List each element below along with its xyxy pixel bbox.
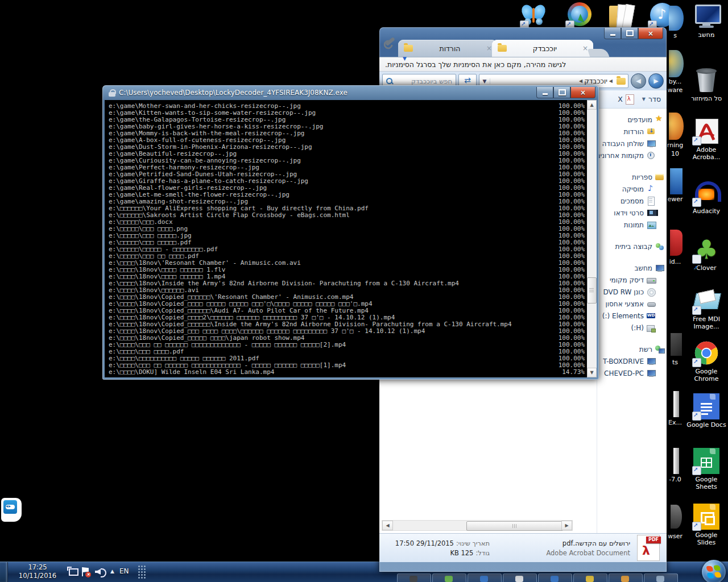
sidebar-item[interactable]: סרטי וידאו xyxy=(597,207,667,219)
taskbar-clock[interactable]: 17:25 10/11/2016 xyxy=(11,563,64,580)
sidebar-item[interactable]: קבוצה ביתית xyxy=(597,240,667,252)
back-button[interactable]: ▶ xyxy=(648,73,664,89)
console-title-bar[interactable]: C:\Users\yocheved\Desktop\LockyDecoder_4… xyxy=(102,85,599,100)
minimize-button[interactable] xyxy=(604,28,621,39)
sidebar-item[interactable]: כונן DVD RW xyxy=(597,286,667,298)
partial-icon-shape xyxy=(671,505,682,529)
taskbar-button[interactable] xyxy=(609,573,643,582)
sidebar-item[interactable]: מסמכים xyxy=(597,195,667,207)
desktop-icon-gslides[interactable]: Google Slides xyxy=(686,504,727,546)
partial-desktop-icon[interactable] xyxy=(667,333,686,357)
maximize-button[interactable] xyxy=(621,28,638,39)
desktop-icon-mdi[interactable]: Free MDI Image... xyxy=(686,288,727,330)
partial-desktop-icon[interactable] xyxy=(667,113,686,141)
tab-downloads[interactable]: ▼ הורדות × xyxy=(398,40,497,57)
taskbar-button[interactable] xyxy=(503,573,537,582)
desktop-icon-acrobat[interactable]: Adobe Acroba... xyxy=(686,118,727,161)
desktop-icon-computer[interactable]: מחשב xyxy=(686,3,727,39)
sidebar-item[interactable]: מוסיקה xyxy=(597,183,667,195)
sidebar-item[interactable]: ספריות xyxy=(597,171,667,183)
teamviewer-panel[interactable] xyxy=(1,498,22,522)
action-center-flag-icon[interactable]: × xyxy=(81,567,92,578)
sidebar-item[interactable]: CHEVED-PC xyxy=(597,367,667,379)
network-tray-icon[interactable] xyxy=(67,567,78,578)
desktop-icon-label: Adobe Acroba... xyxy=(686,146,727,161)
partial-desktop-icon[interactable] xyxy=(667,50,686,78)
pdf-icon xyxy=(626,94,634,105)
taskbar-button[interactable] xyxy=(644,573,678,582)
partial-desktop-icon[interactable] xyxy=(667,448,686,475)
horizontal-scrollbar[interactable]: ◀ ▶ xyxy=(382,520,573,531)
desktop-icon-butterfly[interactable] xyxy=(519,2,549,28)
taskbar-button[interactable] xyxy=(573,573,607,582)
desktop-icon-library[interactable] xyxy=(606,2,636,28)
sidebar-item[interactable]: הורדות xyxy=(597,126,667,138)
forward-button[interactable]: ◀ xyxy=(631,73,646,89)
sidebar-item[interactable]: (H:) xyxy=(597,322,667,334)
console-close-button[interactable]: × xyxy=(570,87,595,98)
address-dropdown-icon[interactable]: ▼ xyxy=(479,78,490,84)
taskbar-button[interactable] xyxy=(432,573,466,582)
partial-desktop-icon[interactable] xyxy=(667,505,686,530)
partial-icon-shape xyxy=(673,391,679,417)
scrollbar-thumb[interactable] xyxy=(587,277,597,304)
partial-desktop-icon[interactable] xyxy=(667,230,686,257)
crumb-arrow-icon[interactable]: ◀ xyxy=(607,78,614,84)
file-path: e:\□□□□□\□□□.docx xyxy=(109,219,549,226)
console-scrollbar[interactable]: ▲ ▼ xyxy=(587,100,597,377)
sidebar-item[interactable]: Elements (:) xyxy=(597,310,667,322)
desktop-icon-idm[interactable] xyxy=(565,2,594,28)
sidebar-item[interactable]: שולחן העבודה xyxy=(597,138,667,149)
console-minimize-button[interactable] xyxy=(536,87,553,98)
sidebar-item[interactable]: מועדפים xyxy=(597,114,667,126)
mdi-icon xyxy=(693,288,719,314)
scroll-down-icon[interactable]: ▼ xyxy=(587,368,597,377)
libraries-icon xyxy=(655,173,664,181)
file-path: e:\game\Perfect-harmony-resizecrop--.jpg xyxy=(109,164,549,171)
taskbar-button[interactable] xyxy=(538,573,572,582)
desktop-icon-audacity[interactable]: Audacity xyxy=(686,180,727,215)
show-desktop-button[interactable] xyxy=(0,562,8,582)
file-path: e:\game\Dust-Storm-in-Phoenix-Arizona-re… xyxy=(109,144,549,151)
wrench-menu-icon[interactable] xyxy=(385,37,395,46)
sidebar-item[interactable]: מקומות אחרונים xyxy=(597,149,667,161)
crumb-arrow-icon[interactable]: ◀ xyxy=(577,78,584,84)
volume-icon[interactable] xyxy=(94,567,107,578)
desktop-icon-gdocs[interactable]: Google Docs xyxy=(686,393,727,429)
sidebar-item[interactable]: רשת xyxy=(597,343,667,355)
sidebar-item[interactable]: אמצעי אחסון xyxy=(597,298,667,310)
scrollbar-thumb[interactable] xyxy=(466,521,563,531)
organize-button[interactable]: סדר ▼ xyxy=(642,95,661,103)
console-line: e:\game\Real-flower-girls-resizecrop--.j… xyxy=(109,185,587,192)
console-line: e:\□□□□\□□□□□□□□□□ □□□□□ □□□□□□ 2011.pdf… xyxy=(109,355,587,362)
partial-desktop-icon[interactable] xyxy=(667,6,686,32)
taskbar-button[interactable] xyxy=(397,573,431,582)
open-with-acrobat-button[interactable]: X xyxy=(618,94,634,105)
breadcrumb-location[interactable]: יוככבדק xyxy=(584,77,607,85)
tab-yokkbdk[interactable]: יוככבדק × xyxy=(492,40,593,57)
start-button[interactable] xyxy=(702,560,726,582)
desktop-icon-clover[interactable]: ♣Clover xyxy=(686,236,727,272)
sidebar-item[interactable]: מחשב xyxy=(597,262,667,274)
console-line: e:\game\Beautiful-resizecrop--.jpg100.00… xyxy=(109,151,587,157)
desktop-icon-gsheets[interactable]: Google Sheets xyxy=(686,448,727,490)
new-tab-button[interactable] xyxy=(588,49,610,57)
sidebar-item[interactable]: תמונות xyxy=(597,219,667,231)
close-button[interactable]: × xyxy=(638,28,663,39)
sidebar-item-label: מסמכים xyxy=(621,197,644,205)
desktop-icon-chrome[interactable]: Google Chrome xyxy=(686,340,727,383)
desktop-icon-recycle[interactable]: סל המיחזור xyxy=(686,67,727,102)
partial-desktop-icon[interactable] xyxy=(667,391,686,418)
language-indicator[interactable]: EN xyxy=(119,567,134,579)
taskbar-button[interactable] xyxy=(468,573,502,582)
sidebar-item[interactable]: T-BOXDRIVE xyxy=(597,355,667,367)
scroll-left-icon[interactable]: ◀ xyxy=(382,521,393,530)
console-maximize-button[interactable] xyxy=(553,87,570,98)
file-path: e:\□□□□\18nov\Copied_□□□ □□□□ □□□□\□□□□□… xyxy=(109,328,549,335)
scroll-right-icon[interactable]: ▶ xyxy=(561,521,572,530)
hidden-icons-chevron[interactable]: ▲ xyxy=(110,568,118,580)
scroll-up-icon[interactable]: ▲ xyxy=(587,100,597,110)
partial-desktop-icon[interactable] xyxy=(667,168,686,196)
sidebar-item[interactable]: דיסק מקומי xyxy=(597,274,667,286)
partial-icon-shape xyxy=(669,6,684,31)
